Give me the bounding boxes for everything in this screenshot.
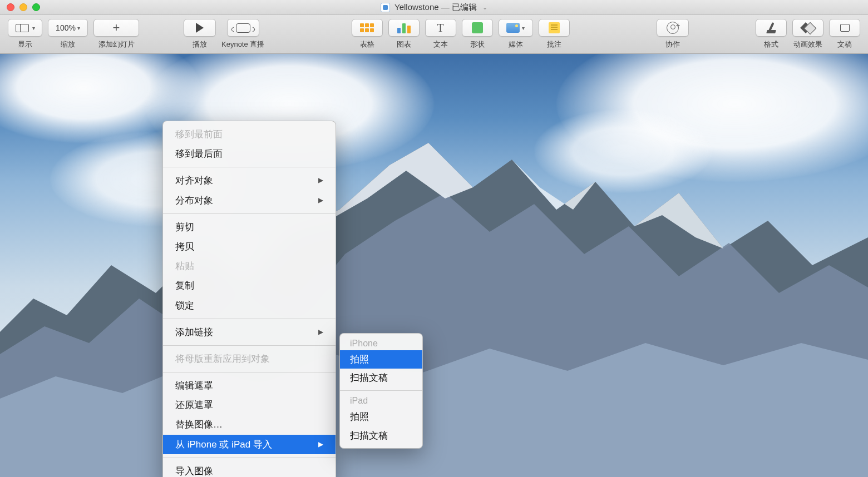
keynote-doc-icon bbox=[381, 3, 390, 12]
minimize-window-button[interactable] bbox=[19, 3, 27, 11]
menu-distribute[interactable]: 分布对象▶ bbox=[163, 191, 336, 210]
menu-replace-image[interactable]: 替换图像… bbox=[163, 415, 336, 434]
titlebar: Yellowstone — 已编辑 ⌄ bbox=[0, 0, 868, 15]
menu-separator bbox=[163, 167, 336, 167]
submenu-iphone-take-photo[interactable]: 拍照 bbox=[340, 350, 422, 369]
menu-copy[interactable]: 拷贝 bbox=[163, 237, 336, 256]
zoom-button[interactable]: 100%▾ bbox=[48, 19, 88, 37]
brush-icon bbox=[766, 22, 777, 33]
submenu-ipad-scan-doc[interactable]: 扫描文稿 bbox=[340, 426, 422, 445]
menu-edit-mask[interactable]: 编辑遮罩 bbox=[163, 376, 336, 395]
shape-icon bbox=[472, 22, 483, 33]
menu-import-from-device[interactable]: 从 iPhone 或 iPad 导入▶ bbox=[163, 435, 336, 454]
play-icon bbox=[196, 23, 204, 33]
close-window-button[interactable] bbox=[7, 3, 14, 11]
table-button[interactable] bbox=[352, 19, 383, 37]
text-button[interactable]: T bbox=[425, 19, 456, 37]
play-label: 播放 bbox=[193, 39, 207, 49]
zoom-label: 缩放 bbox=[61, 39, 75, 49]
play-button[interactable] bbox=[184, 19, 216, 37]
menu-lock[interactable]: 锁定 bbox=[163, 296, 336, 315]
text-icon: T bbox=[437, 22, 444, 34]
menu-cut[interactable]: 剪切 bbox=[163, 217, 336, 237]
collab-icon bbox=[667, 22, 679, 34]
comment-label: 批注 bbox=[547, 39, 561, 49]
chart-icon bbox=[397, 22, 411, 33]
format-label: 格式 bbox=[764, 39, 778, 49]
menu-separator bbox=[163, 458, 336, 458]
doc-status: 已编辑 bbox=[452, 2, 477, 12]
document-icon bbox=[840, 24, 850, 32]
view-label: 显示 bbox=[18, 39, 32, 49]
media-icon bbox=[506, 23, 520, 33]
animate-button[interactable] bbox=[792, 19, 823, 37]
collab-button[interactable] bbox=[657, 19, 689, 37]
note-icon bbox=[549, 22, 560, 33]
menu-separator bbox=[163, 319, 336, 319]
menu-bring-front: 移到最前面 bbox=[163, 125, 336, 144]
document-title[interactable]: Yellowstone — 已编辑 ⌄ bbox=[381, 2, 487, 13]
submenu-arrow-icon: ▶ bbox=[318, 327, 323, 337]
import-submenu: iPhone 拍照 扫描文稿 iPad 拍照 扫描文稿 bbox=[339, 333, 423, 449]
zoom-value: 100% bbox=[56, 23, 76, 32]
shape-label: 形状 bbox=[470, 39, 485, 49]
chevron-down-icon: ▾ bbox=[32, 25, 35, 31]
animate-icon bbox=[802, 23, 814, 33]
table-label: 表格 bbox=[360, 39, 374, 49]
comment-button[interactable] bbox=[539, 19, 570, 37]
view-icon bbox=[16, 24, 29, 32]
document-label: 文稿 bbox=[837, 39, 852, 49]
add-slide-label: 添加幻灯片 bbox=[98, 39, 135, 49]
media-button[interactable]: ▾ bbox=[499, 19, 533, 37]
animate-label: 动画效果 bbox=[793, 39, 822, 49]
format-button[interactable] bbox=[756, 19, 787, 37]
menu-separator bbox=[340, 390, 422, 391]
submenu-arrow-icon: ▶ bbox=[318, 439, 323, 450]
doc-name: Yellowstone bbox=[394, 2, 439, 12]
plus-icon: + bbox=[113, 21, 120, 35]
table-icon bbox=[360, 23, 374, 32]
menu-send-back[interactable]: 移到最后面 bbox=[163, 144, 336, 163]
keynote-live-label: Keynote 直播 bbox=[221, 39, 264, 49]
menu-duplicate[interactable]: 复制 bbox=[163, 276, 336, 295]
media-label: 媒体 bbox=[509, 39, 523, 49]
submenu-header-ipad: iPad bbox=[340, 394, 422, 408]
window-controls bbox=[7, 3, 40, 11]
document-button[interactable] bbox=[829, 19, 860, 37]
menu-separator bbox=[163, 372, 336, 372]
menu-import-image[interactable]: 导入图像 bbox=[163, 461, 336, 477]
keynote-live-button[interactable] bbox=[227, 19, 259, 37]
chart-label: 图表 bbox=[397, 39, 411, 49]
slide-canvas[interactable]: 移到最前面 移到最后面 对齐对象▶ 分布对象▶ 剪切 拷贝 粘贴 复制 锁定 添… bbox=[0, 54, 868, 477]
view-button[interactable]: ▾ bbox=[8, 19, 42, 37]
toolbar: ▾ 显示 100%▾ 缩放 + 添加幻灯片 播放 Keynote 直播 表格 图… bbox=[0, 15, 868, 54]
submenu-arrow-icon: ▶ bbox=[318, 175, 323, 186]
chevron-down-icon: ▾ bbox=[77, 25, 80, 31]
chevron-down-icon: ▾ bbox=[522, 25, 525, 31]
context-menu: 移到最前面 移到最后面 对齐对象▶ 分布对象▶ 剪切 拷贝 粘贴 复制 锁定 添… bbox=[162, 121, 336, 477]
menu-add-link[interactable]: 添加链接▶ bbox=[163, 322, 336, 342]
submenu-ipad-take-photo[interactable]: 拍照 bbox=[340, 408, 422, 426]
collab-label: 协作 bbox=[665, 39, 680, 49]
text-label: 文本 bbox=[433, 39, 448, 49]
fullscreen-window-button[interactable] bbox=[32, 3, 40, 11]
chart-button[interactable] bbox=[388, 19, 420, 37]
shape-button[interactable] bbox=[462, 19, 493, 37]
chevron-down-icon: ⌄ bbox=[482, 4, 487, 11]
menu-separator bbox=[163, 213, 336, 214]
add-slide-button[interactable]: + bbox=[93, 19, 139, 37]
submenu-iphone-scan-doc[interactable]: 扫描文稿 bbox=[340, 369, 422, 387]
mountain-decoration bbox=[0, 54, 868, 477]
submenu-arrow-icon: ▶ bbox=[318, 195, 323, 206]
submenu-header-iphone: iPhone bbox=[340, 337, 422, 350]
menu-align[interactable]: 对齐对象▶ bbox=[163, 171, 336, 190]
menu-reapply-master: 将母版重新应用到对象 bbox=[163, 349, 336, 369]
menu-paste: 粘贴 bbox=[163, 256, 336, 276]
broadcast-icon bbox=[236, 23, 250, 33]
menu-separator bbox=[163, 345, 336, 346]
menu-reset-mask[interactable]: 还原遮罩 bbox=[163, 395, 336, 415]
